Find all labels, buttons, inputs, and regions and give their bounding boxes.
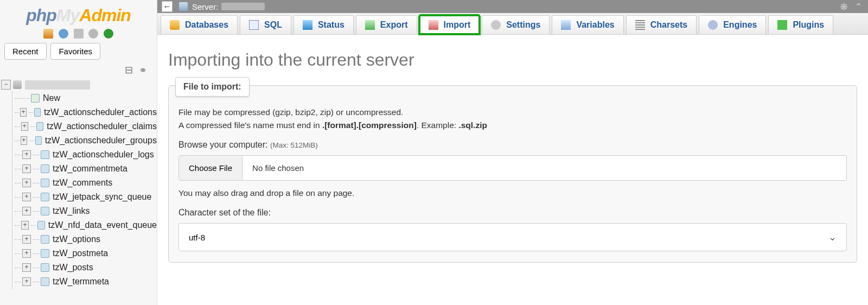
expand-icon[interactable]: + <box>22 193 31 201</box>
console-gear-icon[interactable]: ❋ <box>840 2 848 12</box>
table-icon <box>41 164 49 173</box>
file-input[interactable]: Choose File No file chosen <box>178 155 847 181</box>
table-node[interactable]: +tzW_options <box>12 232 157 246</box>
table-icon <box>41 277 49 286</box>
collapse-all-icon[interactable]: ⊟ <box>125 65 133 75</box>
expand-icon[interactable]: + <box>22 263 31 272</box>
page-title: Importing into the current server <box>168 50 857 70</box>
table-node[interactable]: +tzW_jetpack_sync_queue <box>12 190 157 204</box>
tab-engines[interactable]: Engines <box>699 15 766 34</box>
page-content: Importing into the current server File t… <box>157 35 868 305</box>
expand-icon[interactable]: + <box>22 277 31 286</box>
charset-select[interactable]: utf-8 ⌄ <box>178 223 847 251</box>
tab-plugins[interactable]: Plugins <box>768 15 833 34</box>
max-size-hint: (Max: 512MiB) <box>270 141 318 149</box>
chevron-down-icon: ⌄ <box>828 231 837 243</box>
table-node[interactable]: +tzW_actionscheduler_logs <box>12 148 157 162</box>
tab-label: Import <box>444 20 471 30</box>
settings-icon <box>491 20 501 30</box>
table-node[interactable]: +tzW_links <box>12 204 157 218</box>
table-node[interactable]: +tzW_posts <box>12 260 157 275</box>
reload-icon[interactable] <box>104 29 113 39</box>
table-node[interactable]: +tzW_nfd_data_event_queue <box>12 218 157 232</box>
msg-part: A compressed file's name must end in <box>178 120 322 130</box>
drag-drop-message: You may also drag and drop a file on any… <box>178 188 847 198</box>
logo-part-admin: Admin <box>79 5 131 25</box>
table-node[interactable]: +tzW_termmeta <box>12 275 157 289</box>
tab-sql[interactable]: SQL <box>240 15 291 34</box>
expand-icon[interactable]: + <box>20 108 27 117</box>
browse-label-text: Browse your computer: <box>178 140 270 149</box>
link-icon[interactable]: ⚭ <box>139 65 147 75</box>
home-icon[interactable] <box>43 29 53 39</box>
msg-format-bold: .[format].[compression] <box>322 120 417 130</box>
table-icon <box>35 136 42 145</box>
logout-icon[interactable] <box>59 29 68 39</box>
table-label: tzW_options <box>53 234 100 244</box>
server-name-redacted <box>221 3 265 10</box>
server-breadcrumb-bar: ← Server: ❋ ⌃ <box>157 0 868 13</box>
table-label: tzW_actionscheduler_claims <box>47 122 157 131</box>
sql-icon <box>249 20 259 30</box>
tab-label: Status <box>318 20 344 30</box>
expand-icon[interactable]: + <box>22 150 31 159</box>
settings-icon[interactable] <box>88 29 98 39</box>
file-to-import-fieldset: File to import: File may be compressed (… <box>168 85 857 263</box>
table-node[interactable]: +tzW_actionscheduler_actions <box>12 105 157 119</box>
table-node[interactable]: +tzW_postmeta <box>12 246 157 260</box>
table-icon <box>34 108 41 117</box>
table-icon <box>41 263 49 272</box>
main-area: ← Server: ❋ ⌃ DatabasesSQLStatusExportIm… <box>157 0 868 305</box>
table-icon <box>36 122 43 131</box>
back-button[interactable]: ← <box>162 1 173 12</box>
table-node[interactable]: +tzW_comments <box>12 176 157 190</box>
navigation-sidebar: phpMyAdmin Recent Favorites ⊟ ⚭ − Ne <box>0 0 157 305</box>
databases-icon <box>170 20 180 30</box>
database-name-redacted <box>25 80 90 90</box>
fieldset-legend: File to import: <box>175 77 250 97</box>
table-icon <box>41 193 49 201</box>
expand-icon[interactable]: + <box>22 249 31 258</box>
expand-icon[interactable]: + <box>21 136 27 145</box>
favorites-button[interactable]: Favorites <box>50 43 100 60</box>
expand-icon[interactable]: + <box>22 164 31 173</box>
new-table-link[interactable]: New <box>12 91 157 105</box>
top-menu-tabs: DatabasesSQLStatusExportImportSettingsVa… <box>157 13 868 35</box>
collapse-topbar-icon[interactable]: ⌃ <box>854 2 863 12</box>
table-label: tzW_actionscheduler_groups <box>45 136 157 145</box>
tab-status[interactable]: Status <box>293 15 354 34</box>
table-label: New <box>43 93 60 103</box>
tab-settings[interactable]: Settings <box>482 15 550 34</box>
expand-icon[interactable]: + <box>22 235 31 244</box>
table-node[interactable]: +tzW_commentmeta <box>12 162 157 176</box>
choose-file-button[interactable]: Choose File <box>179 156 242 180</box>
docs-icon[interactable] <box>74 29 84 39</box>
tab-label: Export <box>380 20 408 30</box>
table-icon <box>41 179 49 187</box>
recent-button[interactable]: Recent <box>4 43 47 60</box>
table-icon <box>41 235 49 244</box>
expand-icon[interactable]: + <box>22 179 31 187</box>
table-label: tzW_termmeta <box>53 277 109 287</box>
expand-icon[interactable]: + <box>21 122 28 131</box>
expand-icon[interactable]: + <box>22 207 31 215</box>
charsets-icon <box>635 20 645 30</box>
database-root-row[interactable]: − <box>1 78 157 91</box>
tab-import[interactable]: Import <box>419 15 480 34</box>
table-icon <box>37 221 45 230</box>
msg-example-bold: .sql.zip <box>458 120 487 130</box>
tab-databases[interactable]: Databases <box>161 15 238 34</box>
expand-icon[interactable]: + <box>21 221 29 230</box>
server-label: Server: <box>192 2 218 11</box>
table-label: tzW_nfd_data_event_queue <box>48 220 157 230</box>
tab-variables[interactable]: Variables <box>552 15 623 34</box>
table-node[interactable]: +tzW_actionscheduler_claims <box>12 119 157 134</box>
table-label: tzW_postmeta <box>53 249 108 258</box>
export-icon <box>365 20 375 30</box>
expander-icon[interactable]: − <box>1 80 11 90</box>
tree-tools: ⊟ ⚭ <box>0 63 157 77</box>
tab-export[interactable]: Export <box>356 15 417 34</box>
table-node[interactable]: +tzW_actionscheduler_groups <box>12 134 157 148</box>
tab-charsets[interactable]: Charsets <box>626 15 697 34</box>
compress-message: File may be compressed (gzip, bzip2, zip… <box>178 107 847 117</box>
